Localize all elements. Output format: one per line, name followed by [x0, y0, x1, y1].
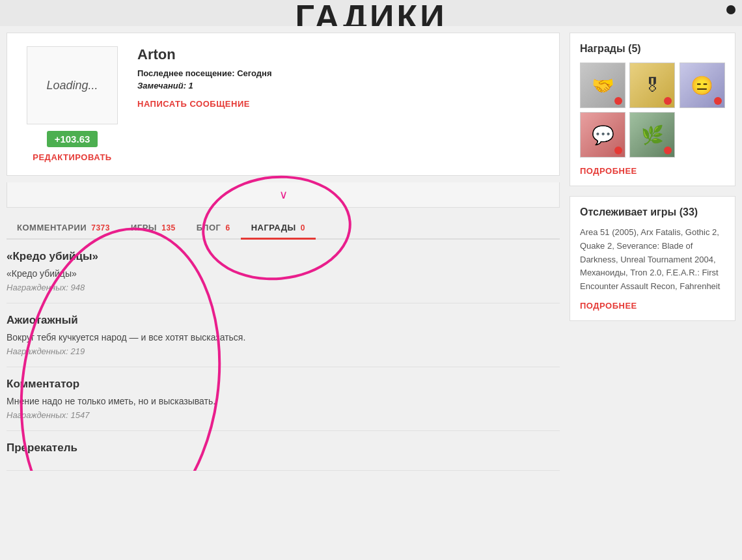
- awards-grid: 🤝 🎖 😑 💬 🌿: [580, 63, 725, 158]
- award-item-4: Пререкатель: [7, 431, 560, 471]
- award-title-4: Пререкатель: [7, 441, 560, 455]
- tab-awards[interactable]: НАГРАДЫ 0: [241, 217, 316, 240]
- award-count-2: Награжденных: 219: [7, 346, 560, 356]
- award-count-3: Награжденных: 1547: [7, 410, 560, 420]
- warnings-value: 1: [189, 81, 193, 91]
- sidebar-awards-section: Награды (5) 🤝 🎖 😑 💬 🌿: [570, 33, 735, 186]
- sidebar-games-section: Отслеживает игры (33) Area 51 (2005), Ar…: [570, 196, 735, 321]
- warnings-meta: Замечаний: 1: [137, 81, 546, 91]
- award-item-3: Комментатор Мнение надо не только иметь,…: [7, 367, 560, 431]
- tab-comments[interactable]: КОММЕНТАРИИ 7373: [7, 217, 120, 238]
- last-visit-value: Сегодня: [237, 68, 271, 78]
- tab-games[interactable]: ИГРЫ 135: [120, 217, 186, 238]
- tab-games-count: 135: [161, 223, 176, 232]
- last-visit-meta: Последнее посещение: Сегодня: [137, 68, 546, 78]
- edit-profile-link[interactable]: РЕДАКТИРОВАТЬ: [33, 152, 111, 162]
- right-sidebar: Награды (5) 🤝 🎖 😑 💬 🌿: [566, 26, 742, 471]
- award-desc-2: Вокруг тебя кучкуется народ — и все хотя…: [7, 332, 560, 343]
- black-dot: [726, 5, 735, 14]
- awards-more-link[interactable]: ПОДРОБНЕЕ: [580, 166, 637, 176]
- header-banner: ГАДИКИ: [0, 0, 742, 26]
- award-thumb-4: 💬: [580, 112, 625, 158]
- avatar: Loading...: [27, 46, 118, 124]
- expand-bar[interactable]: ∨: [7, 182, 560, 208]
- award-figure-3: 😑: [680, 63, 724, 107]
- award-desc-1: «Кредо убийцы»: [7, 268, 560, 279]
- award-title-2: Ажиотажный: [7, 314, 560, 327]
- awards-list: «Кредо убийцы» «Кредо убийцы» Награжденн…: [7, 240, 560, 471]
- tab-awards-count: 0: [301, 223, 305, 232]
- tab-blog-label: БЛОГ: [197, 223, 221, 232]
- avatar-section: Loading... +103.63 РЕДАКТИРОВАТЬ: [20, 46, 124, 162]
- last-visit-label: Последнее посещение:: [137, 68, 235, 78]
- award-title-3: Комментатор: [7, 378, 560, 391]
- tab-comments-label: КОММЕНТАРИИ: [17, 223, 87, 232]
- center-column: Loading... +103.63 РЕДАКТИРОВАТЬ Arton П…: [0, 26, 566, 471]
- tab-blog[interactable]: БЛОГ 6: [186, 217, 241, 238]
- site-title: ГАДИКИ: [0, 0, 742, 26]
- award-thumb-3: 😑: [680, 63, 725, 108]
- games-list: Area 51 (2005), Arx Fatalis, Gothic 2, Q…: [580, 226, 725, 294]
- award-thumb-2: 🎖: [629, 63, 675, 108]
- tabs-bar: КОММЕНТАРИИ 7373 ИГРЫ 135 БЛОГ 6 НАГРАДЫ…: [7, 217, 560, 240]
- award-title-1: «Кредо убийцы»: [7, 250, 560, 263]
- sidebar-games-title: Отслеживает игры (33): [580, 206, 725, 218]
- award-figure-4: 💬: [581, 113, 625, 157]
- profile-info: Arton Последнее посещение: Сегодня Замеч…: [137, 46, 546, 109]
- expand-icon: ∨: [279, 188, 288, 201]
- warnings-label: Замечаний:: [137, 81, 186, 91]
- tab-games-label: ИГРЫ: [131, 223, 157, 232]
- award-thumb-1: 🤝: [580, 63, 625, 108]
- award-item-2: Ажиотажный Вокруг тебя кучкуется народ —…: [7, 303, 560, 367]
- profile-card: Loading... +103.63 РЕДАКТИРОВАТЬ Arton П…: [7, 33, 560, 176]
- tab-awards-label: НАГРАДЫ: [251, 223, 296, 232]
- tab-comments-count: 7373: [91, 223, 110, 232]
- award-desc-3: Мнение надо не только иметь, но и высказ…: [7, 396, 560, 406]
- send-message-link[interactable]: НАПИСАТЬ СООБЩЕНИЕ: [137, 99, 250, 109]
- profile-name: Arton: [137, 46, 546, 63]
- sidebar-awards-title: Награды (5): [580, 43, 725, 55]
- award-thumb-5: 🌿: [629, 112, 675, 158]
- award-figure-1: 🤝: [581, 63, 625, 107]
- score-badge: +103.63: [47, 131, 98, 147]
- award-figure-5: 🌿: [630, 113, 674, 157]
- tab-blog-count: 6: [226, 223, 230, 232]
- award-item-1: «Кредо убийцы» «Кредо убийцы» Награжденн…: [7, 240, 560, 303]
- games-more-link[interactable]: ПОДРОБНЕЕ: [580, 301, 637, 311]
- award-figure-2: 🎖: [630, 63, 674, 107]
- award-count-1: Награжденных: 948: [7, 283, 560, 292]
